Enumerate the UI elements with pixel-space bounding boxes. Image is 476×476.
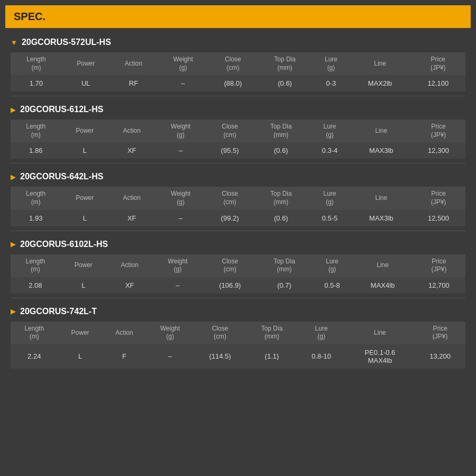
product-name-5: 20GCORUS-742L-T xyxy=(20,307,97,316)
cell-3-1-7: 0.5-5 xyxy=(308,210,351,226)
col-header-2-8: Line xyxy=(351,120,411,142)
cell-5-1-8: PE0.1-0.6MAX4lb xyxy=(345,344,415,369)
product-arrow-1: ▼ xyxy=(11,39,17,47)
product-title-5[interactable]: ▶20GCORUS-742L-T xyxy=(11,305,465,318)
product-name-3: 20GCORUS-642L-HS xyxy=(20,172,103,181)
cell-1-1-3: RF xyxy=(110,75,158,91)
col-header-4-3: Action xyxy=(107,254,153,277)
product-section-4: ▶20GCORUS-6102L-HSLength(m)PowerActionWe… xyxy=(11,237,465,298)
cell-4-1-1: 2.08 xyxy=(11,277,60,294)
cell-4-1-7: 0.5-8 xyxy=(312,277,353,294)
col-header-4-6: Top Dia(mm) xyxy=(257,254,311,277)
product-title-1[interactable]: ▼20GCORUS-572UL-HS xyxy=(11,35,465,49)
cell-3-1-4: – xyxy=(155,210,206,226)
spec-header: SPEC. xyxy=(5,5,471,28)
col-header-5-8: Line xyxy=(345,322,415,344)
section-divider xyxy=(11,231,465,231)
product-arrow-5: ▶ xyxy=(11,307,16,315)
col-header-1-5: Close(cm) xyxy=(209,52,257,75)
col-header-3-8: Line xyxy=(351,187,411,209)
col-header-5-2: Power xyxy=(58,322,102,344)
product-title-2[interactable]: ▶20GCORUS-612L-HS xyxy=(11,103,465,116)
product-title-3[interactable]: ▶20GCORUS-642L-HS xyxy=(11,170,465,184)
cell-5-1-3: F xyxy=(103,344,147,369)
spec-table-5: Length(m)PowerActionWeight(g)Close(cm)To… xyxy=(11,322,465,369)
spec-container: ▼20GCORUS-572UL-HSLength(m)PowerActionWe… xyxy=(5,33,471,377)
cell-1-1-6: (0.6) xyxy=(257,75,313,91)
cell-4-1-2: L xyxy=(60,277,107,294)
col-header-3-9: Price(JP¥) xyxy=(411,187,465,209)
cell-2-1-5: (95.5) xyxy=(206,142,254,159)
cell-4-1-5: (106.9) xyxy=(203,277,257,294)
cell-5-1-2: L xyxy=(58,344,102,369)
cell-3-1-3: XF xyxy=(108,210,155,226)
col-header-5-9: Price(JP¥) xyxy=(415,322,465,344)
col-header-3-1: Length(m) xyxy=(11,187,61,209)
table-row: 1.86LXF–(95.5)(0.6)0.3-4MAX3lb12,300 xyxy=(11,142,465,159)
cell-1-1-8: MAX2lb xyxy=(350,75,411,91)
product-name-4: 20GCORUS-6102L-HS xyxy=(20,240,108,249)
col-header-2-7: Lure(g) xyxy=(308,120,351,142)
cell-2-1-1: 1.86 xyxy=(11,142,61,159)
col-header-2-3: Action xyxy=(108,120,155,142)
cell-2-1-7: 0.3-4 xyxy=(308,142,351,159)
col-header-3-5: Close(cm) xyxy=(206,187,254,209)
cell-5-1-5: (114.5) xyxy=(194,344,246,369)
cell-4-1-3: XF xyxy=(107,277,153,294)
col-header-2-2: Power xyxy=(61,120,108,142)
cell-1-1-5: (88.0) xyxy=(209,75,257,91)
col-header-3-3: Action xyxy=(108,187,155,209)
col-header-2-5: Close(cm) xyxy=(206,120,254,142)
cell-2-1-2: L xyxy=(61,142,108,159)
col-header-5-3: Action xyxy=(103,322,147,344)
col-header-1-9: Price(JP¥) xyxy=(411,52,465,75)
product-title-4[interactable]: ▶20GCORUS-6102L-HS xyxy=(11,237,465,251)
table-row: 1.70ULRF–(88.0)(0.6)0-3MAX2lb12,100 xyxy=(11,75,465,91)
product-section-2: ▶20GCORUS-612L-HSLength(m)PowerActionWei… xyxy=(11,103,465,163)
product-name-2: 20GCORUS-612L-HS xyxy=(20,105,103,114)
col-header-1-3: Action xyxy=(110,52,158,75)
cell-4-1-8: MAX4lb xyxy=(353,277,413,294)
section-divider xyxy=(11,298,465,298)
cell-5-1-6: (1.1) xyxy=(246,344,297,369)
col-header-4-2: Power xyxy=(60,254,107,277)
product-section-5: ▶20GCORUS-742L-TLength(m)PowerActionWeig… xyxy=(11,305,465,369)
product-section-1: ▼20GCORUS-572UL-HSLength(m)PowerActionWe… xyxy=(11,35,465,96)
col-header-2-6: Top Dia(mm) xyxy=(253,120,308,142)
col-header-3-4: Weight(g) xyxy=(155,187,206,209)
cell-2-1-3: XF xyxy=(108,142,155,159)
spec-table-3: Length(m)PowerActionWeight(g)Close(cm)To… xyxy=(11,187,465,226)
cell-3-1-2: L xyxy=(61,210,108,226)
col-header-2-1: Length(m) xyxy=(11,120,61,142)
product-arrow-4: ▶ xyxy=(11,240,16,248)
col-header-1-7: Lure(g) xyxy=(313,52,349,75)
cell-4-1-4: – xyxy=(153,277,203,294)
col-header-5-4: Weight(g) xyxy=(146,322,194,344)
col-header-4-7: Lure(g) xyxy=(312,254,353,277)
col-header-1-6: Top Dia(mm) xyxy=(257,52,313,75)
col-header-1-4: Weight(g) xyxy=(157,52,209,75)
col-header-4-9: Price(JP¥) xyxy=(413,254,465,277)
cell-2-1-9: 12,300 xyxy=(411,142,465,159)
cell-5-1-7: 0.8-10 xyxy=(298,344,345,369)
col-header-5-5: Close(cm) xyxy=(194,322,246,344)
cell-2-1-6: (0.6) xyxy=(253,142,308,159)
spec-table-4: Length(m)PowerActionWeight(g)Close(cm)To… xyxy=(11,254,465,294)
cell-3-1-9: 12,500 xyxy=(411,210,465,226)
cell-4-1-9: 12,700 xyxy=(413,277,465,294)
cell-5-1-1: 2.24 xyxy=(11,344,58,369)
cell-5-1-9: 13,200 xyxy=(415,344,465,369)
cell-3-1-5: (99.2) xyxy=(206,210,254,226)
col-header-1-2: Power xyxy=(62,52,110,75)
section-divider xyxy=(11,96,465,96)
cell-1-1-2: UL xyxy=(62,75,110,91)
col-header-2-9: Price(JP¥) xyxy=(411,120,465,142)
spec-table-2: Length(m)PowerActionWeight(g)Close(cm)To… xyxy=(11,120,465,159)
col-header-2-4: Weight(g) xyxy=(155,120,206,142)
cell-1-1-1: 1.70 xyxy=(11,75,62,91)
cell-1-1-9: 12,100 xyxy=(411,75,465,91)
col-header-1-1: Length(m) xyxy=(11,52,62,75)
col-header-5-6: Top Dia(mm) xyxy=(246,322,297,344)
table-row: 2.08LXF–(106.9)(0.7)0.5-8MAX4lb12,700 xyxy=(11,277,465,294)
cell-3-1-6: (0.6) xyxy=(253,210,308,226)
